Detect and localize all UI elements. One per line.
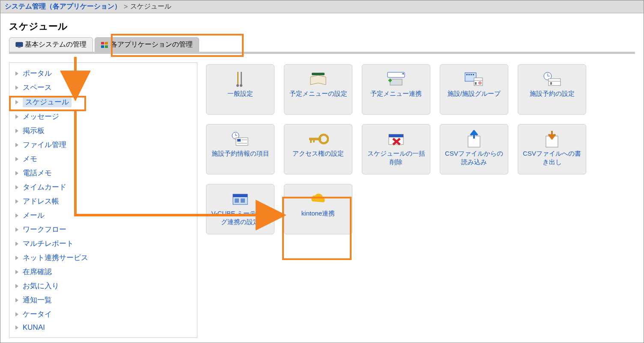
sidebar-item-label: スケジュール [23, 97, 72, 107]
svg-rect-37 [389, 134, 403, 137]
delete-calendar-icon [386, 129, 406, 149]
tab-each-application[interactable]: 各アプリケーションの管理 [95, 37, 199, 52]
sidebar-item-mail[interactable]: メール [9, 208, 197, 222]
svg-rect-25 [550, 82, 552, 85]
sidebar-item-phonememo[interactable]: 電話メモ [9, 166, 197, 180]
clock-desk-icon [542, 69, 562, 89]
card-schedule-bulk-delete[interactable]: スケジュールの一括削除 [362, 124, 430, 174]
chevron-right-icon [15, 143, 18, 147]
svg-rect-11 [388, 72, 405, 77]
sidebar-item-mobile[interactable]: ケータイ [9, 307, 197, 321]
sidebar-item-board[interactable]: 掲示板 [9, 124, 197, 138]
card-appointment-menu-link[interactable]: 予定メニュー連携 [362, 64, 430, 115]
breadcrumb-current: スケジュール [130, 2, 171, 11]
chevron-right-icon [15, 270, 18, 274]
card-facility-group[interactable]: 施設/施設グループ [440, 64, 508, 115]
chevron-right-icon [15, 86, 18, 90]
sidebar-item-netlink[interactable]: ネット連携サービス [9, 251, 197, 265]
svg-rect-2 [101, 42, 104, 44]
sidebar-item-notifications[interactable]: 通知一覧 [9, 293, 197, 307]
sidebar-item-timecard[interactable]: タイムカード [9, 180, 197, 194]
sidebar-item-label: KUNAI [23, 323, 45, 332]
sidebar-item-label: 在席確認 [23, 267, 52, 277]
chevron-right-icon [15, 228, 18, 232]
card-label: V-CUBE ミーティング連携の設定 [210, 209, 271, 226]
sidebar-item-portal[interactable]: ポータル [9, 66, 197, 80]
sidebar-item-message[interactable]: メッセージ [9, 109, 197, 124]
side-nav: ポータル スペース スケジュール メッセージ 掲示板 ファイル管理 メモ 電話メ… [9, 62, 197, 338]
sidebar-item-addressbook[interactable]: アドレス帳 [9, 194, 197, 208]
chevron-right-icon [15, 325, 18, 330]
sidebar-item-label: マルチレポート [23, 239, 74, 248]
sidebar-item-workflow[interactable]: ワークフロー [9, 222, 197, 237]
card-label: 施設予約の設定 [530, 89, 575, 98]
svg-rect-35 [313, 140, 315, 142]
card-appointment-menu-settings[interactable]: 予定メニューの設定 [284, 64, 352, 115]
window-plus-icon [386, 69, 406, 89]
sidebar-item-multireport[interactable]: マルチレポート [9, 237, 197, 251]
svg-rect-15 [466, 74, 468, 75]
svg-rect-43 [241, 198, 245, 203]
chevron-right-icon [15, 242, 18, 246]
tab-basic-system[interactable]: 基本システムの管理 [9, 37, 93, 52]
card-access-rights[interactable]: アクセス権の設定 [284, 124, 352, 174]
svg-rect-18 [473, 74, 474, 75]
sidebar-item-label: メモ [23, 154, 37, 164]
svg-rect-34 [310, 140, 312, 143]
sidebar-item-file[interactable]: ファイル管理 [9, 138, 197, 152]
svg-rect-13 [390, 79, 402, 85]
tools-icon [232, 69, 248, 89]
card-label: スケジュールの一括削除 [366, 149, 426, 166]
svg-rect-41 [233, 194, 247, 197]
card-kintone-link[interactable]: kintone連携 [284, 184, 352, 234]
tabs: 基本システムの管理 各アプリケーションの管理 [9, 37, 635, 54]
sidebar-item-kunai[interactable]: KUNAI [9, 321, 197, 334]
card-facility-reservation-settings[interactable]: 施設予約の設定 [518, 64, 586, 115]
facility-icon [464, 69, 484, 89]
sidebar-item-label: メッセージ [23, 112, 59, 121]
chevron-right-icon [15, 71, 18, 76]
key-icon [307, 129, 329, 149]
sidebar-item-favorite[interactable]: お気に入り [9, 279, 197, 293]
sidebar-item-label: 通知一覧 [23, 295, 52, 305]
chevron-right-icon [15, 115, 18, 119]
card-csv-import[interactable]: CSVファイルからの読み込み [440, 124, 508, 174]
card-csv-export[interactable]: CSVファイルへの書き出し [518, 124, 586, 174]
svg-rect-6 [237, 72, 239, 85]
sidebar-item-label: タイムカード [23, 182, 66, 192]
chevron-right-icon [15, 129, 18, 133]
svg-rect-42 [235, 198, 239, 203]
card-facility-reservation-items[interactable]: 施設予約情報の項目 [206, 124, 274, 174]
sidebar-item-schedule[interactable]: スケジュール [9, 95, 197, 109]
svg-rect-12 [402, 73, 404, 74]
clock-card-icon [230, 129, 250, 149]
card-label: 予定メニュー連携 [370, 89, 422, 98]
svg-point-8 [236, 84, 239, 87]
apps-icon [101, 42, 109, 48]
svg-point-22 [478, 81, 482, 85]
sidebar-item-memo[interactable]: メモ [9, 152, 197, 166]
sidebar-item-label: ケータイ [23, 309, 52, 319]
sidebar-item-label: お気に入り [23, 281, 59, 291]
chevron-right-icon [15, 298, 18, 302]
breadcrumb-root[interactable]: システム管理（各アプリケーション） [5, 2, 121, 11]
sidebar-item-label: ポータル [23, 68, 52, 78]
chevron-right-icon [15, 171, 18, 175]
svg-rect-33 [309, 138, 321, 140]
svg-point-9 [240, 84, 242, 87]
card-vcube-meeting[interactable]: V-CUBE ミーティング連携の設定 [206, 184, 274, 234]
svg-rect-1 [18, 47, 21, 48]
cloud-icon [308, 189, 328, 209]
chevron-right-icon [15, 213, 18, 218]
card-label: 予定メニューの設定 [289, 89, 347, 98]
csv-import-icon [465, 129, 483, 149]
svg-rect-3 [105, 42, 108, 44]
card-general-settings[interactable]: 一般設定 [206, 64, 274, 115]
sidebar-item-presence[interactable]: 在席確認 [9, 265, 197, 279]
sidebar-item-label: ファイル管理 [23, 140, 66, 150]
chevron-right-icon [15, 185, 18, 189]
sidebar-item-space[interactable]: スペース [9, 80, 197, 95]
card-label: kintone連携 [301, 209, 335, 218]
card-label: 施設予約情報の項目 [212, 149, 269, 158]
sidebar-item-label: メール [23, 210, 45, 220]
